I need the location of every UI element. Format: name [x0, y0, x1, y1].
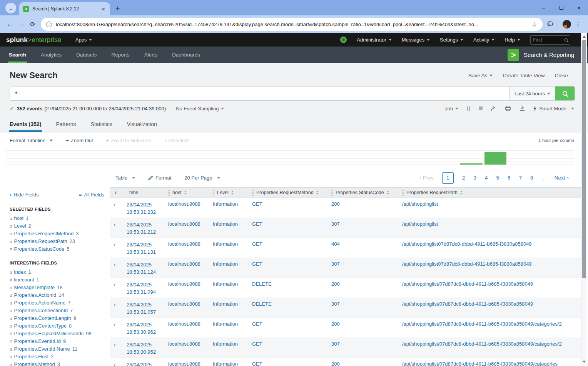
- app-nav-item[interactable]: Search: [2, 47, 33, 63]
- page-number-button[interactable]: 4: [485, 175, 488, 181]
- level-cell[interactable]: Information: [208, 338, 247, 358]
- status-code-cell[interactable]: 200: [327, 358, 398, 366]
- time-cell[interactable]: 28/04/202518:53:31.131: [122, 238, 164, 258]
- app-nav-item[interactable]: Datasets: [69, 47, 104, 63]
- find-input[interactable]: [533, 37, 564, 43]
- request-method-cell[interactable]: GET: [247, 318, 327, 338]
- expand-row-chevron-icon[interactable]: ›: [110, 258, 122, 278]
- pause-icon[interactable]: [467, 106, 470, 111]
- level-cell[interactable]: Information: [208, 358, 247, 366]
- request-method-cell[interactable]: DELETE: [247, 298, 327, 318]
- format-timeline-menu[interactable]: Format Timeline: [10, 138, 53, 143]
- event-sampling-menu[interactable]: No Event Sampling: [176, 106, 224, 111]
- topbar-menu[interactable]: Administrator: [357, 37, 392, 43]
- status-code-cell[interactable]: 307: [327, 298, 398, 318]
- host-cell[interactable]: localhost:8088: [164, 258, 208, 278]
- job-menu[interactable]: Job: [445, 106, 458, 111]
- host-cell[interactable]: localhost:8088: [164, 298, 208, 318]
- status-code-cell[interactable]: 200: [327, 198, 398, 218]
- request-path-cell[interactable]: /api/shoppinglist07d87dc8-dbbd-4911-b685…: [398, 258, 581, 278]
- close-button[interactable]: Close: [555, 73, 568, 78]
- zoom-out-button[interactable]: −Zoom Out: [66, 138, 93, 143]
- share-icon[interactable]: [491, 106, 497, 111]
- level-cell[interactable]: Information: [208, 278, 247, 298]
- per-page-menu[interactable]: 20 Per Page: [184, 175, 220, 181]
- expand-row-chevron-icon[interactable]: ›: [110, 278, 122, 298]
- request-method-cell[interactable]: GET: [247, 338, 327, 358]
- request-method-cell[interactable]: DELETE: [247, 278, 327, 298]
- field-item[interactable]: aProperties.Method3: [10, 361, 104, 366]
- app-identity[interactable]: > Search & Reporting: [508, 49, 574, 61]
- column-header[interactable]: Properties.StatusCode: [327, 188, 398, 198]
- drag-handle-icon[interactable]: [213, 190, 214, 196]
- results-tab[interactable]: Patterns: [56, 121, 76, 132]
- tab-search-button[interactable]: ⌄: [5, 3, 16, 13]
- page-number-button[interactable]: 1: [442, 172, 454, 184]
- request-path-cell[interactable]: /api/shoppinglist/07d87dc8-dbbd-4911-b68…: [398, 358, 581, 366]
- host-cell[interactable]: localhost:8088: [164, 318, 208, 338]
- scrollbar[interactable]: [581, 33, 587, 365]
- host-cell[interactable]: localhost:8088: [164, 278, 208, 298]
- browser-menu-icon[interactable]: ⋮: [575, 21, 581, 28]
- expand-row-chevron-icon[interactable]: ›: [110, 218, 122, 238]
- scrollbar-up-arrow[interactable]: [581, 34, 587, 39]
- field-item[interactable]: aProperties.ContentType8: [10, 322, 104, 330]
- sort-icon[interactable]: [460, 191, 463, 195]
- deselect-button[interactable]: ×Deselect: [164, 138, 189, 143]
- column-header[interactable]: Level: [208, 188, 247, 198]
- sort-icon[interactable]: [231, 191, 234, 195]
- request-path-cell[interactable]: /api/shoppinglist07d87dc8-dbbd-4911-b685…: [398, 238, 581, 258]
- tab-close-icon[interactable]: ×: [100, 6, 106, 12]
- time-cell[interactable]: 28/04/202518:53:31.212: [122, 218, 164, 238]
- prev-page-button[interactable]: ‹Prev: [419, 175, 434, 181]
- topbar-menu[interactable]: Messages: [402, 37, 430, 43]
- field-item[interactable]: aMessageTemplate18: [10, 284, 104, 291]
- topbar-menu[interactable]: Help: [504, 37, 520, 43]
- level-cell[interactable]: Information: [208, 218, 247, 238]
- app-nav-item[interactable]: Reports: [104, 47, 137, 63]
- expand-row-chevron-icon[interactable]: ›: [110, 298, 122, 318]
- field-item[interactable]: #Properties.EventId.Id9: [10, 338, 104, 345]
- apps-menu[interactable]: Apps: [75, 37, 92, 43]
- timeline-bar[interactable]: [460, 163, 483, 165]
- page-number-button[interactable]: 3: [473, 175, 476, 181]
- column-header[interactable]: Properties.RequestMethod: [247, 188, 327, 198]
- user-avatar[interactable]: [340, 37, 347, 43]
- expand-row-chevron-icon[interactable]: ›: [110, 198, 122, 218]
- address-bar[interactable]: i localhost:8008/en-GB/app/search/search…: [41, 18, 543, 31]
- time-cell[interactable]: 28/04/202518:53:31.232: [122, 198, 164, 218]
- new-tab-button[interactable]: +: [115, 4, 120, 13]
- field-item[interactable]: aProperties.ConnectionId7: [10, 307, 104, 314]
- export-icon[interactable]: [520, 106, 525, 111]
- next-page-button[interactable]: Next›: [555, 175, 569, 181]
- page-number-button[interactable]: 8: [530, 175, 533, 181]
- timeline-chart[interactable]: [6, 150, 574, 165]
- scrollbar-down-arrow[interactable]: [581, 359, 587, 364]
- sort-icon[interactable]: [316, 191, 319, 195]
- host-cell[interactable]: localhost:8088: [164, 338, 208, 358]
- topbar-menu[interactable]: Settings: [440, 37, 463, 43]
- time-cell[interactable]: 28/04/202518:53:30.952: [122, 338, 164, 358]
- status-code-cell[interactable]: 200: [327, 318, 398, 338]
- hide-fields-button[interactable]: ‹Hide Fields: [10, 192, 38, 198]
- results-tab[interactable]: Statistics: [91, 121, 112, 132]
- site-info-icon[interactable]: i: [46, 22, 52, 27]
- forward-button[interactable]: →: [15, 20, 27, 28]
- expand-row-chevron-icon[interactable]: ›: [110, 358, 122, 366]
- status-code-cell[interactable]: 307: [327, 218, 398, 238]
- back-button[interactable]: ←: [4, 20, 15, 28]
- request-method-cell[interactable]: GET: [247, 358, 327, 366]
- window-minimize-button[interactable]: −: [535, 0, 553, 15]
- status-code-cell[interactable]: 404: [327, 238, 398, 258]
- field-item[interactable]: aProperties.ContentLength9: [10, 314, 104, 322]
- app-nav-item[interactable]: Analytics: [33, 47, 69, 63]
- window-close-button[interactable]: ×: [570, 0, 588, 15]
- page-number-button[interactable]: 7: [519, 175, 522, 181]
- level-cell[interactable]: Information: [208, 318, 247, 338]
- browser-profile-avatar[interactable]: [563, 20, 571, 28]
- drag-handle-icon[interactable]: [168, 190, 170, 196]
- request-path-cell[interactable]: /api/shoppinglist/07d87dc8-dbbd-4911-b68…: [398, 298, 581, 318]
- status-code-cell[interactable]: 200: [327, 278, 398, 298]
- column-header[interactable]: host: [164, 188, 208, 198]
- level-cell[interactable]: Information: [208, 198, 247, 218]
